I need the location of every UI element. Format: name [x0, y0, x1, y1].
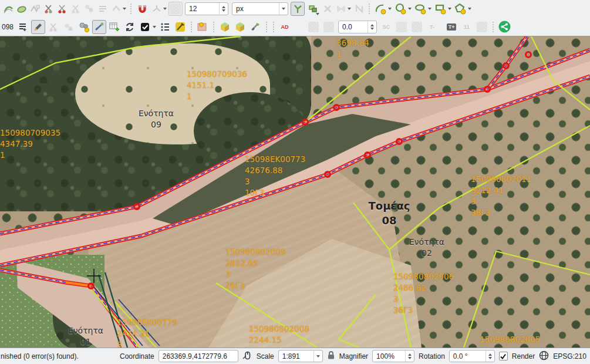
open-attribute-table-icon[interactable]: [107, 20, 122, 34]
circular-string-icon[interactable]: [373, 2, 387, 16]
offset-curve-icon[interactable]: [2, 2, 14, 16]
digitizing-toolbar: 098 AD 0.0 SC T- T+ 11: [0, 18, 590, 36]
vertex-marker[interactable]: [303, 120, 308, 125]
vertex-marker[interactable]: [485, 87, 490, 92]
flip-line-caret[interactable]: [348, 8, 351, 10]
vertex-marker[interactable]: [89, 284, 94, 289]
vertex-marker[interactable]: [526, 52, 531, 58]
ellipse-tool-icon[interactable]: [413, 2, 427, 16]
lock-icon[interactable]: [327, 350, 335, 362]
render-checkbox[interactable]: [499, 352, 508, 360]
magnifier-spinbox[interactable]: 100%: [372, 350, 414, 362]
pattern-a-icon[interactable]: [395, 20, 409, 34]
construction-icon[interactable]: [306, 20, 321, 34]
point-size-spinbox[interactable]: 12: [185, 2, 228, 15]
rotation-spinbox[interactable]: 0.0 °: [449, 350, 495, 362]
cube-3d-a-icon[interactable]: [218, 20, 232, 34]
highlight-brush-icon[interactable]: [173, 20, 187, 34]
ad-badge: AD: [281, 24, 289, 30]
checklist-icon[interactable]: [158, 20, 172, 34]
vertex-tool-star-icon[interactable]: [77, 20, 91, 34]
select-checkbox-caret[interactable]: [153, 26, 156, 28]
sc-icon[interactable]: SC: [379, 20, 393, 34]
t-plus-badge: T+: [447, 23, 457, 31]
mouse-extent-icon[interactable]: [242, 350, 252, 362]
cube-3d-b-icon[interactable]: [233, 20, 247, 34]
snapping-type-caret[interactable]: [163, 8, 167, 10]
unit-combobox[interactable]: px: [232, 2, 288, 15]
reshape-features-icon[interactable]: [15, 2, 28, 16]
build-tools-icon[interactable]: [248, 20, 262, 34]
select-checkbox-icon[interactable]: [138, 20, 152, 34]
snapping-type-icon[interactable]: [150, 2, 163, 16]
coordinate-value: 263369.9,4172779.6: [163, 352, 227, 360]
toggle-editing-icon[interactable]: [31, 20, 45, 34]
reload-features-icon[interactable]: [123, 20, 137, 34]
simplify-feature-icon[interactable]: [29, 2, 41, 16]
merge-features-icon[interactable]: [69, 2, 82, 16]
unit-value: px: [236, 5, 279, 13]
rectangle-tool-caret[interactable]: [448, 8, 451, 10]
tracing-icon[interactable]: [291, 2, 305, 16]
crs-globe-icon[interactable]: [539, 350, 549, 362]
separator: [273, 22, 274, 32]
point-size-value: 12: [189, 5, 219, 13]
current-edits-icon[interactable]: [62, 20, 76, 34]
rotate-point-symbols-caret[interactable]: [123, 8, 126, 10]
separator: [213, 22, 214, 32]
vertex-marker[interactable]: [134, 204, 140, 210]
offset-spinbox[interactable]: 0.0: [338, 21, 377, 33]
sc-badge: SC: [383, 24, 390, 30]
scale-combobox[interactable]: 1:891: [278, 350, 323, 362]
road-scrub: [153, 114, 411, 225]
map-canvas[interactable]: 3698.8411509807090364151.11Ενότητα091509…: [0, 36, 590, 348]
regular-polygon-caret[interactable]: [468, 8, 471, 10]
circle-tool-caret[interactable]: [408, 8, 412, 10]
save-edits-icon[interactable]: [46, 20, 60, 34]
t-minus-badge: T-: [430, 24, 434, 30]
pink-layer-icon[interactable]: [195, 20, 210, 34]
separator: [130, 4, 132, 14]
vertex-marker[interactable]: [325, 172, 331, 177]
vertex-marker[interactable]: [365, 153, 370, 158]
reverse-line-icon[interactable]: [96, 2, 109, 16]
circular-string-caret[interactable]: [388, 8, 392, 10]
vertex-marker[interactable]: [504, 63, 509, 69]
rectangle-tool-icon[interactable]: [433, 2, 447, 16]
map-vector-overlay: [0, 36, 590, 348]
crs-value[interactable]: EPSG:210: [553, 352, 586, 360]
ellipse-tool-caret[interactable]: [428, 8, 431, 10]
avoid-intersections-icon[interactable]: [306, 2, 320, 16]
multi-edit-icon[interactable]: [16, 20, 30, 34]
separator: [493, 22, 494, 32]
snapping-magnet-icon[interactable]: [135, 2, 149, 16]
split-parts-icon[interactable]: [56, 2, 68, 16]
split-features-icon[interactable]: [42, 2, 55, 16]
merge-attributes-icon[interactable]: [83, 2, 95, 16]
grid-snap-icon[interactable]: [168, 2, 183, 16]
rotation-label: Rotation: [419, 352, 445, 360]
move-n-icon[interactable]: [353, 2, 365, 16]
coordinate-input[interactable]: 263369.9,4172779.6: [159, 350, 238, 362]
vertex-editor-icon[interactable]: [92, 20, 106, 34]
advanced-digitizing-icon[interactable]: AD: [278, 20, 292, 34]
status-message: nished (0 error(s) found).: [1, 352, 116, 360]
vertex-marker[interactable]: [397, 139, 402, 144]
status-bar: nished (0 error(s) found). Coordinate 26…: [0, 348, 590, 364]
eleven-badge: 11: [464, 24, 470, 30]
eleven-icon[interactable]: 11: [460, 20, 474, 34]
share-icon[interactable]: [497, 20, 511, 34]
t-minus-icon[interactable]: T-: [425, 20, 439, 34]
flip-line-icon[interactable]: [335, 2, 347, 16]
parallel-icon[interactable]: [322, 20, 336, 34]
rotate-point-symbols-icon[interactable]: [110, 2, 122, 16]
circle-tool-icon[interactable]: [393, 2, 407, 16]
coordinate-label: Coordinate: [120, 352, 154, 360]
pattern-c-icon[interactable]: [475, 20, 489, 34]
vertex-marker[interactable]: [334, 105, 339, 110]
delete-part-icon[interactable]: [321, 2, 333, 16]
t-plus-icon[interactable]: T+: [444, 20, 458, 34]
regular-polygon-icon[interactable]: [453, 2, 467, 16]
render-label: Render: [512, 352, 535, 360]
pattern-b-icon[interactable]: [410, 20, 424, 34]
